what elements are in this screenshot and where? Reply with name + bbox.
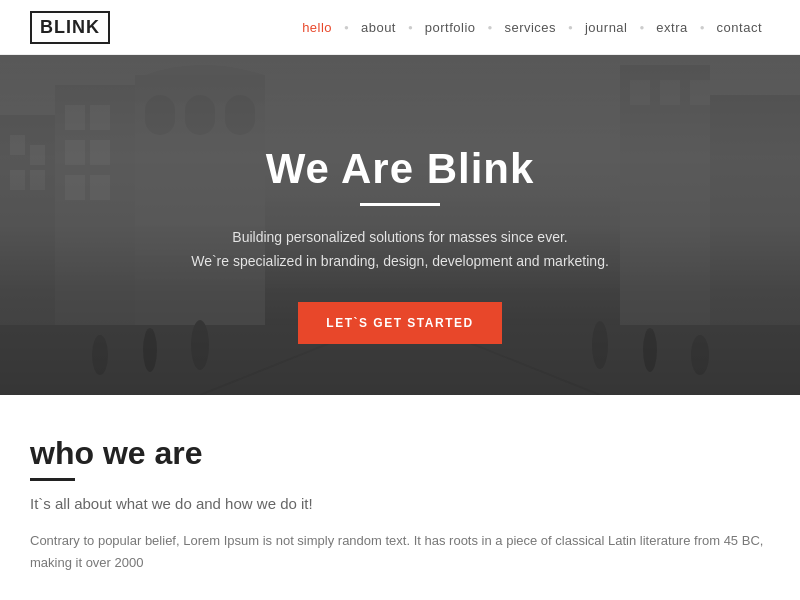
nav-hello[interactable]: hello [294,20,340,35]
about-section: who we are It`s all about what we do and… [0,395,800,594]
dot-1: ● [344,23,349,32]
cta-button[interactable]: LET`S GET STARTED [298,302,501,344]
about-subtitle: It`s all about what we do and how we do … [30,495,770,512]
logo[interactable]: BLINK [30,11,110,44]
dot-5: ● [639,23,644,32]
dot-2: ● [408,23,413,32]
about-divider [30,478,75,481]
nav-portfolio[interactable]: portfolio [417,20,484,35]
hero-title: We Are Blink [0,145,800,193]
dot-3: ● [488,23,493,32]
nav-about[interactable]: about [353,20,404,35]
hero-subtitle-line1: Building personalized solutions for mass… [232,229,567,245]
nav-journal[interactable]: journal [577,20,636,35]
dot-4: ● [568,23,573,32]
hero-subtitle-line2: We`re specialized in branding, design, d… [191,253,609,269]
about-body: Contrary to popular belief, Lorem Ipsum … [30,530,770,574]
hero-section: We Are Blink Building personalized solut… [0,55,800,395]
hero-subtitle: Building personalized solutions for mass… [0,226,800,274]
dot-6: ● [700,23,705,32]
nav-contact[interactable]: contact [709,20,770,35]
hero-divider [360,203,440,206]
about-title: who we are [30,435,770,472]
hero-content: We Are Blink Building personalized solut… [0,55,800,344]
nav-extra[interactable]: extra [648,20,695,35]
nav-services[interactable]: services [496,20,564,35]
main-nav: hello ● about ● portfolio ● services ● j… [294,20,770,35]
header: BLINK hello ● about ● portfolio ● servic… [0,0,800,55]
